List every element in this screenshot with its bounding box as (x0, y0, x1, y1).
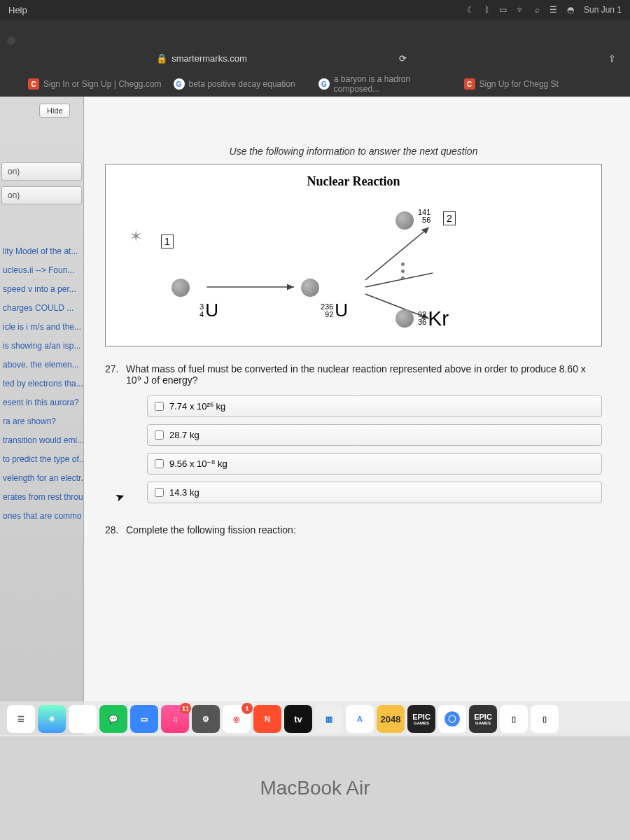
isotope-u-left: 34 U (200, 300, 218, 321)
atom-icon (301, 279, 319, 297)
atom-icon (396, 309, 414, 328)
question-text: What mass of fuel must be converted in t… (126, 363, 602, 386)
box-label-2: 2 (443, 211, 456, 225)
sidebar-item[interactable]: velength for an electr... (0, 469, 83, 488)
n-app-icon[interactable]: N (253, 705, 281, 733)
address-bar[interactable]: 🔒 smartermarks.com (14, 53, 389, 64)
photos-icon[interactable]: ✿ (69, 705, 97, 733)
chrome-icon[interactable] (438, 705, 466, 733)
diagram-title: Nuclear Reaction (115, 174, 592, 189)
messages-icon[interactable]: 💬 (99, 705, 127, 733)
sidebar-item[interactable]: icle is i m/s and the... (0, 318, 83, 337)
tv-icon[interactable]: tv (284, 705, 312, 733)
settings-icon[interactable]: ⚙ (192, 705, 220, 733)
doc-icon-2[interactable]: ▯ (531, 705, 559, 733)
question-28: 28. Complete the following fission react… (105, 524, 602, 536)
reaction-diagram: Nuclear Reaction ✶ 1 34 U 236 (105, 164, 602, 346)
bluetooth-icon[interactable]: ᛒ (484, 5, 489, 15)
option-checkbox[interactable] (155, 488, 164, 497)
url-text: smartermarks.com (172, 53, 247, 64)
svg-line-1 (365, 227, 429, 280)
lock-icon: 🔒 (156, 53, 167, 64)
sidebar-item[interactable]: esent in this aurora? (0, 393, 83, 412)
music-icon[interactable]: ♫11 (161, 705, 189, 733)
laptop-chassis: MacBook Air (0, 736, 630, 840)
bookmark-2[interactable]: Gbeta positive decay equation (174, 78, 312, 90)
option-c[interactable]: 9.56 x 10⁻⁸ kg (147, 453, 602, 475)
target-icon[interactable]: ◎1 (223, 705, 251, 733)
question-text: Complete the following fission reaction: (126, 524, 602, 536)
wifi-icon[interactable]: ᯤ (517, 5, 525, 15)
finder-icon[interactable]: ☰ (7, 705, 35, 733)
option-checkbox[interactable] (155, 459, 164, 468)
neutrons-icon (401, 262, 405, 280)
mac-menubar: Help ☾ ᛒ ▭ ᯤ ⌕ ☰ ◓ Sun Jun 1 (0, 0, 630, 20)
books-icon[interactable]: ▥ (315, 705, 343, 733)
question-sidebar: Hide on) on) lity Model of the at... ucl… (0, 97, 84, 735)
doc-icon[interactable]: ▯ (500, 705, 528, 733)
isotope-top: 14156 (418, 209, 432, 224)
bookmark-4[interactable]: CSign Up for Chegg St (464, 78, 603, 90)
atom-icon (396, 211, 414, 230)
sidebar-item[interactable]: ucleus.ii --> Foun... (0, 261, 83, 280)
sidebar-item[interactable]: ra are shown? (0, 412, 83, 431)
control-center-icon[interactable]: ☰ (550, 5, 557, 15)
sidebar-item[interactable]: above, the elemen... (0, 356, 83, 374)
sidebar-item[interactable]: charges COULD ... (0, 299, 83, 318)
bookmark-3[interactable]: Ga baryon is a hadron composed... (318, 74, 457, 94)
burst-icon: ✶ (130, 227, 142, 246)
option-checkbox[interactable] (155, 402, 164, 411)
translate-icon[interactable]: A (346, 705, 374, 733)
weather-icon[interactable]: ☀ (38, 705, 66, 733)
hide-button[interactable]: Hide (39, 104, 70, 118)
sidebar-nav-2[interactable]: on) (1, 186, 82, 204)
atom-icon (172, 279, 190, 297)
sidebar-item[interactable]: speed v into a per... (0, 280, 83, 299)
browser-chrome: 🔒 smartermarks.com ⟳ ⇧ CSign In or Sign … (0, 20, 630, 97)
sidebar-item[interactable]: to predict the type of... (0, 450, 83, 469)
option-d[interactable]: 14.3 kg (147, 482, 602, 503)
siri-icon[interactable]: ◓ (567, 5, 574, 15)
screen-icon[interactable]: ▭ (130, 705, 158, 733)
tab-indicator (7, 36, 15, 45)
search-icon[interactable]: ⌕ (535, 5, 540, 15)
clock-label[interactable]: Sun Jun 1 (584, 5, 622, 15)
bookmark-1[interactable]: CSign In or Sign Up | Chegg.com (28, 78, 167, 90)
svg-line-2 (365, 273, 433, 287)
option-a[interactable]: 7.74 x 10²⁶ kg (147, 396, 602, 417)
dock: ☰ ☀ ✿ 💬 ▭ ♫11 ⚙ ◎1 N tv ▥ A 2048 EPICGAM… (0, 701, 630, 736)
option-checkbox[interactable] (155, 430, 164, 440)
question-pane: Use the following information to answer … (84, 97, 630, 735)
question-number: 27. (105, 363, 126, 386)
sidebar-item[interactable]: erates from rest throu... (0, 488, 83, 507)
epic-icon-2[interactable]: EPICGAMES (469, 705, 497, 733)
share-icon[interactable]: ⇧ (608, 53, 616, 64)
reload-icon[interactable]: ⟳ (399, 53, 407, 64)
isotope-kr: 9236 Kr (418, 307, 449, 330)
epic-icon[interactable]: EPICGAMES (407, 705, 435, 733)
question-27: 27. What mass of fuel must be converted … (105, 363, 602, 386)
isotope-u-236: 23692 U (321, 300, 348, 321)
battery-icon[interactable]: ▭ (499, 5, 507, 15)
q27-options: 7.74 x 10²⁶ kg 28.7 kg 9.56 x 10⁻⁸ kg 14… (147, 396, 602, 503)
moon-icon[interactable]: ☾ (467, 5, 475, 15)
svg-point-6 (449, 716, 456, 722)
option-b[interactable]: 28.7 kg (147, 424, 602, 446)
sidebar-item[interactable]: ted by electrons tha... (0, 374, 83, 393)
info-line: Use the following information to answer … (105, 146, 602, 157)
box-label-1: 1 (161, 234, 174, 248)
question-number: 28. (105, 524, 126, 536)
sidebar-item[interactable]: transition would emi... (0, 431, 83, 450)
sidebar-nav-1[interactable]: on) (1, 162, 82, 181)
laptop-brand: MacBook Air (260, 777, 370, 799)
menu-help[interactable]: Help (8, 5, 27, 15)
game-2048-icon[interactable]: 2048 (377, 705, 405, 733)
sidebar-item[interactable]: is showing a/an isp... (0, 337, 83, 356)
sidebar-item[interactable]: lity Model of the at... (0, 242, 83, 261)
sidebar-item[interactable]: ones that are commo (0, 507, 83, 526)
bookmarks-bar: CSign In or Sign Up | Chegg.com Gbeta po… (0, 71, 630, 97)
